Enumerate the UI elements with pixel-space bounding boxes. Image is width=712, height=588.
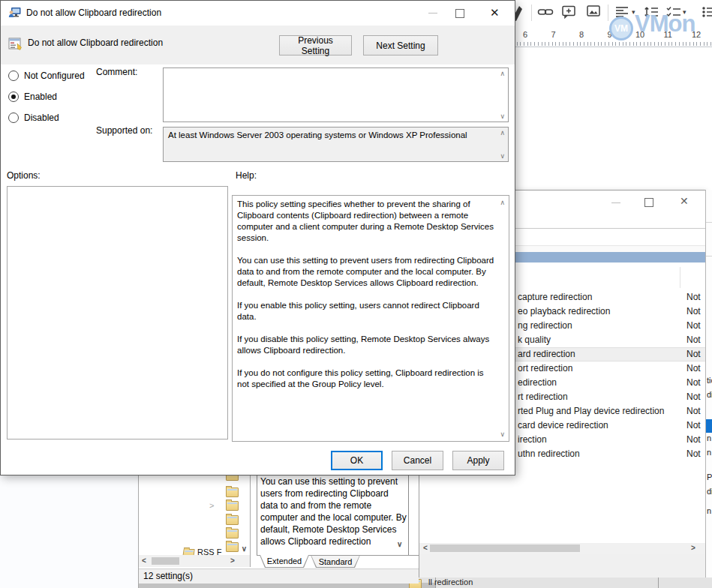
comment-label: Comment: bbox=[96, 67, 137, 77]
tree-horizontal-scrollbar[interactable]: < > bbox=[139, 555, 239, 567]
policy-dialog: Do not allow Clipboard redirection ✕ Do … bbox=[0, 0, 515, 476]
radio-circle-icon[interactable] bbox=[8, 112, 19, 123]
tab-label: Standard bbox=[311, 556, 359, 567]
policy-name: irection bbox=[518, 433, 547, 447]
panel-splitter[interactable] bbox=[250, 474, 251, 567]
scroll-down-icon[interactable]: ∨ bbox=[397, 540, 402, 548]
supported-on-value: At least Windows Server 2003 operating s… bbox=[168, 130, 491, 140]
policy-name: card device redirection bbox=[518, 418, 608, 433]
policy-state: Not bbox=[686, 376, 701, 390]
minimize-icon[interactable] bbox=[611, 202, 620, 203]
folder-icon[interactable] bbox=[226, 515, 239, 525]
scroll-right-icon[interactable]: > bbox=[691, 543, 695, 554]
policy-name: k quality bbox=[518, 333, 551, 347]
folder-icon[interactable] bbox=[226, 529, 239, 538]
status-text: 12 setting(s) bbox=[143, 571, 193, 581]
scrollbar-corner bbox=[239, 555, 250, 567]
radio-label: Enabled bbox=[24, 92, 57, 102]
tab-row: ExtendedStandard bbox=[257, 555, 419, 568]
radio-circle-icon[interactable] bbox=[8, 92, 19, 102]
apply-button[interactable]: Apply bbox=[452, 451, 504, 470]
policy-state: Not bbox=[686, 404, 701, 418]
folder-icon[interactable] bbox=[226, 488, 239, 497]
scrollbar-segment bbox=[139, 583, 435, 588]
close-icon[interactable]: ✕ bbox=[680, 196, 689, 206]
scroll-left-icon[interactable]: < bbox=[142, 556, 146, 566]
folder-icon[interactable] bbox=[226, 542, 239, 552]
status-bar: 12 setting(s) bbox=[139, 568, 419, 584]
toolbar-divider bbox=[531, 4, 532, 21]
policy-name-heading: Do not allow Clipboard redirection bbox=[28, 38, 163, 48]
policy-state: Not bbox=[686, 347, 701, 362]
scrollbar-thumb[interactable] bbox=[430, 544, 580, 552]
policy-name: capture redirection bbox=[518, 290, 592, 304]
minimize-icon[interactable] bbox=[428, 13, 437, 14]
clipped-text-fragment: dir bbox=[707, 390, 712, 399]
maximize-icon[interactable] bbox=[455, 9, 464, 18]
folder-icon[interactable] bbox=[226, 501, 239, 511]
scroll-left-icon[interactable]: < bbox=[423, 543, 428, 554]
window-footer bbox=[419, 554, 706, 578]
clipped-text-fragment: Play bbox=[707, 472, 712, 482]
vmon-watermark: VM VMon bbox=[605, 14, 710, 44]
clipped-text-fragment: tio bbox=[707, 376, 712, 385]
tab-extended[interactable]: Extended bbox=[260, 555, 309, 568]
clipped-text-fragment: n bbox=[707, 434, 711, 442]
maximize-icon[interactable] bbox=[644, 198, 653, 207]
radio-option-disabled[interactable]: Disabled bbox=[8, 112, 59, 124]
scroll-up-icon[interactable]: ∧ bbox=[500, 199, 505, 206]
next-setting-button[interactable]: Next Setting bbox=[363, 35, 438, 56]
help-preview-panel: You can use this setting to prevent user… bbox=[257, 474, 409, 556]
divider bbox=[706, 256, 712, 256]
console-window: > RSS F ∨ < > You can use this setting t… bbox=[139, 474, 419, 583]
divider bbox=[658, 578, 659, 588]
ruler-number: 7 bbox=[551, 30, 556, 39]
policy-name: rt redirection bbox=[518, 390, 568, 404]
background-panel bbox=[0, 474, 139, 588]
scroll-down-icon[interactable]: ∨ bbox=[239, 542, 250, 555]
clipped-text-fragment: ll redirection bbox=[428, 578, 473, 586]
selection-bar bbox=[706, 419, 712, 433]
radio-option-not-configured[interactable]: Not Configured bbox=[8, 70, 85, 82]
policy-state: Not bbox=[686, 390, 701, 404]
help-label: Help: bbox=[236, 170, 257, 181]
close-icon[interactable]: ✕ bbox=[490, 8, 500, 18]
scrollbar-thumb[interactable] bbox=[152, 557, 179, 565]
scroll-down-icon[interactable]: ∨ bbox=[500, 152, 505, 160]
horizontal-scrollbar[interactable]: < > bbox=[419, 543, 706, 554]
comment-textarea[interactable]: ∧ ∨ bbox=[163, 68, 509, 122]
policy-state: Not bbox=[686, 333, 701, 347]
cancel-button[interactable]: Cancel bbox=[392, 451, 443, 470]
comment-add-icon[interactable] bbox=[561, 4, 576, 22]
tree-expander-icon[interactable]: > bbox=[209, 501, 214, 510]
radio-option-enabled[interactable]: Enabled bbox=[8, 91, 57, 103]
help-text: This policy setting specifies whether to… bbox=[237, 199, 496, 390]
image-icon[interactable] bbox=[586, 4, 601, 21]
scroll-right-icon[interactable]: > bbox=[230, 556, 235, 566]
policy-state: Not bbox=[686, 304, 701, 319]
policy-setting-icon bbox=[8, 38, 23, 54]
link-icon[interactable] bbox=[537, 4, 554, 22]
policy-name: rted Plug and Play device redirection bbox=[518, 404, 664, 418]
column-divider bbox=[680, 267, 680, 288]
ruler-number: 8 bbox=[579, 30, 584, 39]
policy-name: ard redirection bbox=[518, 347, 575, 362]
previous-setting-button[interactable]: Previous Setting bbox=[279, 35, 352, 56]
dialog-titlebar[interactable]: Do not allow Clipboard redirection ✕ bbox=[1, 1, 515, 26]
supported-on-box: At least Windows Server 2003 operating s… bbox=[163, 127, 509, 162]
scroll-down-icon[interactable]: ∨ bbox=[500, 430, 505, 438]
vmon-name: VMon bbox=[635, 10, 695, 38]
ok-button[interactable]: OK bbox=[331, 451, 383, 470]
scroll-up-icon[interactable]: ∧ bbox=[500, 129, 505, 136]
divider bbox=[706, 222, 712, 223]
policy-name: ng redirection bbox=[518, 319, 572, 333]
clipped-text-fragment: n bbox=[707, 506, 711, 515]
options-pane bbox=[7, 186, 228, 440]
help-pane: This policy setting specifies whether to… bbox=[232, 195, 509, 442]
scroll-up-icon[interactable]: ∧ bbox=[500, 70, 505, 77]
policy-state: Not bbox=[686, 290, 701, 304]
radio-circle-icon[interactable] bbox=[8, 70, 19, 81]
scroll-down-icon[interactable]: ∨ bbox=[500, 112, 505, 120]
tab-standard[interactable]: Standard bbox=[311, 555, 360, 568]
screen: ▾ ▾ 6789101112 VM VMon ✕ capture redirec bbox=[0, 0, 712, 588]
